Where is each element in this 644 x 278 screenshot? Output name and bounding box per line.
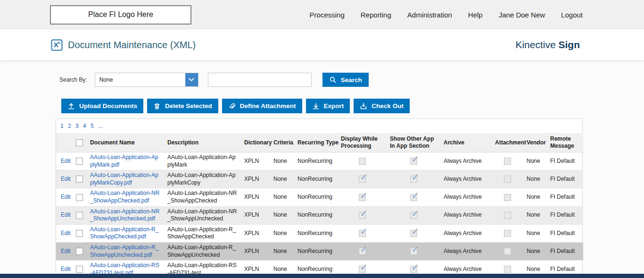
column-header-attachment: Attachment xyxy=(491,133,523,152)
display-while-processing-checkbox[interactable] xyxy=(359,194,366,201)
document-name-link[interactable]: AAuto-Loan-Application-R_ShowAppChecked.… xyxy=(90,226,158,240)
table-row: Edit AAuto-Loan-Application-NR_ShowAppUn… xyxy=(56,206,583,224)
edit-link[interactable]: Edit xyxy=(61,230,71,236)
page-link-3[interactable]: 3 xyxy=(75,123,79,129)
nav-help[interactable]: Help xyxy=(468,11,483,19)
attachment-checkbox[interactable] xyxy=(504,158,511,165)
recurring-type-cell: NonRecurring xyxy=(294,206,337,224)
display-while-processing-checkbox[interactable] xyxy=(359,248,366,255)
vendor-cell: None xyxy=(523,242,546,260)
row-select-checkbox[interactable] xyxy=(76,212,83,219)
dictionary-cell: XPLN xyxy=(240,152,270,170)
vendor-cell: None xyxy=(523,170,546,188)
delete-selected-button[interactable]: Delete Selected xyxy=(147,99,218,113)
recurring-type-cell: NonRecurring xyxy=(294,242,337,260)
description-cell: AAuto-Loan-Application-ApplyMarkCopy xyxy=(164,170,240,188)
nav-logout[interactable]: Logout xyxy=(561,11,583,19)
table-row: Edit AAuto-Loan-Application-NR_ShowAppCh… xyxy=(56,188,583,206)
column-header-remote-message: Remote Message xyxy=(546,133,583,152)
attachment-checkbox[interactable] xyxy=(504,176,511,183)
edit-link[interactable]: Edit xyxy=(61,266,71,272)
table-row: Edit AAuto-Loan-Application-ApplyMarkCop… xyxy=(56,170,583,188)
remote-message-cell: FI Default xyxy=(546,170,583,188)
edit-link[interactable]: Edit xyxy=(61,211,71,218)
description-cell: AAuto-Loan-Application-R_ShowAppUnchecke… xyxy=(164,242,240,260)
select-all-checkbox[interactable] xyxy=(76,139,83,146)
documents-table-container: 1 2 3 4 5 ... Document Name Description … xyxy=(56,118,583,278)
attachment-checkbox[interactable] xyxy=(504,266,511,273)
nav-reporting[interactable]: Reporting xyxy=(361,11,391,19)
criteria-cell: None xyxy=(270,188,294,206)
search-by-label: Search By: xyxy=(59,76,87,83)
search-row: Search By: None Search xyxy=(59,73,644,87)
show-other-app-checkbox[interactable] xyxy=(410,248,417,255)
remote-message-cell: FI Default xyxy=(546,188,583,206)
page-link-ellipsis[interactable]: ... xyxy=(98,123,103,129)
fi-logo-text: Place FI Logo Here xyxy=(88,10,153,19)
brand-logo: Kinective Sign xyxy=(515,39,580,51)
row-select-checkbox[interactable] xyxy=(76,266,83,273)
nav-user-name[interactable]: Jane Doe New xyxy=(499,11,545,19)
row-select-checkbox[interactable] xyxy=(76,248,83,255)
show-other-app-checkbox[interactable] xyxy=(410,230,417,237)
attachment-checkbox[interactable] xyxy=(504,230,511,237)
recurring-type-cell: NonRecurring xyxy=(294,224,337,242)
document-name-link[interactable]: AAuto-Loan-Application-R_ShowAppUnchecke… xyxy=(90,244,158,258)
attachment-checkbox[interactable] xyxy=(504,212,511,219)
document-name-link[interactable]: AAuto-Loan-Application-ApplyMarkCopy.pdf xyxy=(90,172,158,186)
column-header-recurring-type: Recurring Type xyxy=(294,133,337,152)
row-select-checkbox[interactable] xyxy=(76,176,83,183)
description-cell: AAuto-Loan-Application-NR_ShowAppUncheck… xyxy=(164,206,240,224)
vendor-cell: None xyxy=(523,224,546,242)
archive-cell: Always Archive xyxy=(440,224,491,242)
edit-link[interactable]: Edit xyxy=(61,176,71,182)
nav-administration[interactable]: Administration xyxy=(407,11,452,19)
edit-link[interactable]: Edit xyxy=(61,158,71,164)
upload-documents-button[interactable]: Upload Documents xyxy=(61,99,143,113)
search-by-dropdown[interactable]: None xyxy=(95,73,198,87)
criteria-cell: None xyxy=(270,224,294,242)
column-header-description: Description xyxy=(164,133,240,152)
page-link-5[interactable]: 5 xyxy=(91,123,94,129)
attachment-checkbox[interactable] xyxy=(504,248,511,255)
nav-processing[interactable]: Processing xyxy=(310,11,345,19)
show-other-app-checkbox[interactable] xyxy=(410,194,417,201)
document-name-link[interactable]: AAuto-Loan-Application-NR_ShowAppChecked… xyxy=(90,190,159,204)
display-while-processing-checkbox[interactable] xyxy=(359,266,366,273)
show-other-app-checkbox[interactable] xyxy=(410,158,417,165)
edit-link[interactable]: Edit xyxy=(61,248,71,254)
show-other-app-checkbox[interactable] xyxy=(410,266,417,273)
export-button[interactable]: Export xyxy=(306,99,350,113)
page-link-1[interactable]: 1 xyxy=(60,123,64,129)
row-select-checkbox[interactable] xyxy=(76,158,83,165)
column-header-edit xyxy=(56,133,72,152)
button-label: Define Attachment xyxy=(240,102,296,110)
show-other-app-checkbox[interactable] xyxy=(410,176,417,183)
row-select-checkbox[interactable] xyxy=(76,194,83,201)
search-input[interactable] xyxy=(208,73,312,87)
archive-cell: Always Archive xyxy=(440,170,491,188)
edit-link[interactable]: Edit xyxy=(61,194,71,200)
display-while-processing-checkbox[interactable] xyxy=(359,176,366,183)
row-select-checkbox[interactable] xyxy=(76,230,83,237)
check-out-button[interactable]: Check Out xyxy=(354,99,410,113)
search-button[interactable]: Search xyxy=(322,73,369,87)
display-while-processing-checkbox[interactable] xyxy=(359,212,366,219)
vendor-cell: None xyxy=(523,152,546,170)
description-cell: AAuto-Loan-Application-R_ShowAppChecked xyxy=(164,224,240,242)
xml-document-icon xyxy=(51,39,63,51)
page-link-4[interactable]: 4 xyxy=(83,123,86,129)
dictionary-cell: XPLN xyxy=(240,170,270,188)
attachment-checkbox[interactable] xyxy=(504,194,511,201)
documents-table: Document Name Description Dictionary Cri… xyxy=(56,133,583,278)
display-while-processing-checkbox[interactable] xyxy=(359,158,366,165)
document-name-link[interactable]: AAuto-Loan-Application-ApplyMark.pdf xyxy=(90,154,158,168)
download-icon xyxy=(312,102,320,110)
page-link-2[interactable]: 2 xyxy=(68,123,71,129)
dictionary-cell: XPLN xyxy=(240,242,270,260)
brand-name: Kinective xyxy=(515,39,555,50)
document-name-link[interactable]: AAuto-Loan-Application-NR_ShowAppUncheck… xyxy=(90,208,159,222)
define-attachment-button[interactable]: Define Attachment xyxy=(222,99,302,113)
display-while-processing-checkbox[interactable] xyxy=(359,230,366,237)
show-other-app-checkbox[interactable] xyxy=(410,212,417,219)
